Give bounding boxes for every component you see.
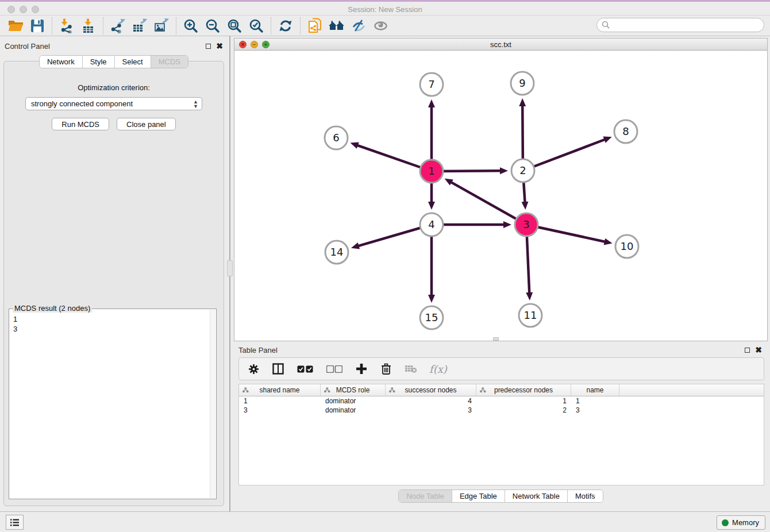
network-graph[interactable]: 7968124314101511: [234, 51, 767, 341]
close-panel-button[interactable]: Close panel: [117, 118, 176, 130]
network-window-titlebar[interactable]: × − + scc.txt: [234, 38, 767, 51]
table-cell[interactable]: 1: [476, 396, 571, 406]
zoom-in-icon: [183, 18, 198, 33]
arrowhead-icon: [428, 99, 435, 107]
table-cell[interactable]: dominator: [321, 396, 386, 406]
float-panel-icon[interactable]: [206, 44, 211, 49]
select-all-icon: [297, 365, 313, 373]
column-visibility-button[interactable]: [272, 363, 284, 375]
table-row[interactable]: 3dominator323: [239, 406, 764, 415]
zoom-in-button[interactable]: [180, 17, 202, 34]
node-label-10: 10: [621, 240, 634, 252]
table-toolbar: f(x): [238, 357, 764, 380]
edge-3-1[interactable]: [451, 182, 526, 225]
delete-column-icon: [381, 363, 391, 375]
tab-node-table[interactable]: Node Table: [399, 490, 452, 502]
network-canvas[interactable]: 7968124314101511: [234, 51, 767, 341]
open-session-button[interactable]: [5, 17, 26, 34]
table-cell[interactable]: 2: [476, 406, 571, 415]
table-panel: Table Panel ✖: [234, 342, 768, 511]
search-input[interactable]: [610, 21, 754, 29]
node-label-8: 8: [622, 125, 629, 137]
column-header-shared-name[interactable]: shared name: [239, 384, 321, 396]
result-scrollbar[interactable]: [210, 310, 215, 498]
mcds-panel: Optimization criterion: strongly connect…: [3, 61, 224, 506]
delete-column-button[interactable]: [380, 363, 392, 375]
refresh-button[interactable]: [275, 17, 297, 34]
export-table-button[interactable]: [129, 17, 151, 34]
sort-column-icon[interactable]: [389, 387, 395, 393]
criterion-dropdown[interactable]: strongly connected component ▲▼: [25, 97, 202, 110]
canvas-splitter-handle[interactable]: [493, 337, 499, 341]
memory-button[interactable]: Memory: [717, 515, 765, 530]
tab-motifs[interactable]: Motifs: [568, 490, 603, 502]
mcds-result-list[interactable]: 13: [13, 314, 209, 498]
import-network-button[interactable]: [56, 17, 78, 34]
tab-style[interactable]: Style: [83, 56, 115, 68]
export-image-button[interactable]: [151, 17, 172, 34]
open-session-icon: [8, 19, 24, 33]
function-builder-button[interactable]: f(x): [429, 363, 447, 375]
duplicate-network-icon: [307, 18, 323, 34]
table-cell[interactable]: dominator: [321, 406, 386, 415]
close-table-panel-icon[interactable]: ✖: [755, 347, 762, 353]
table-cell[interactable]: 1: [571, 396, 619, 406]
table-cell[interactable]: 4: [386, 396, 476, 406]
edge-2-8[interactable]: [523, 139, 605, 171]
first-neighbors-button[interactable]: [326, 17, 348, 34]
table-cell[interactable]: 3: [386, 406, 476, 415]
column-header-successor-nodes[interactable]: successor nodes: [386, 384, 476, 396]
column-header-predecessor-nodes[interactable]: predecessor nodes: [476, 384, 571, 396]
zoom-fit-button[interactable]: [224, 17, 245, 34]
deselect-all-button[interactable]: [326, 363, 343, 375]
table-row[interactable]: 1dominator411: [239, 396, 764, 406]
sort-column-icon[interactable]: [324, 387, 330, 393]
task-history-button[interactable]: [6, 515, 24, 530]
window-titlebar: Session: New Session: [0, 0, 770, 16]
duplicate-network-button[interactable]: [304, 17, 326, 34]
table-cell[interactable]: 3: [239, 406, 321, 415]
table-cell[interactable]: 1: [239, 396, 321, 406]
node-label-3: 3: [523, 218, 529, 230]
import-table-button[interactable]: [78, 17, 99, 34]
toolbar-separator: [271, 17, 271, 34]
save-session-button[interactable]: [26, 17, 48, 34]
add-column-button[interactable]: [355, 363, 368, 375]
node-label-15: 15: [425, 311, 438, 323]
tab-network-table[interactable]: Network Table: [505, 490, 568, 502]
node-label-6: 6: [333, 132, 339, 144]
column-visibility-icon: [272, 363, 284, 375]
chevron-up-down-icon: ▲▼: [193, 99, 198, 109]
node-label-1: 1: [428, 165, 434, 177]
float-table-panel-icon[interactable]: [745, 348, 750, 353]
zoom-selected-button[interactable]: [245, 17, 267, 34]
export-network-button[interactable]: [107, 17, 129, 34]
column-header-MCDS-role[interactable]: MCDS role: [321, 384, 386, 396]
sort-column-icon[interactable]: [242, 387, 249, 393]
select-all-button[interactable]: [297, 363, 314, 375]
node-table[interactable]: shared nameMCDS rolesuccessor nodesprede…: [238, 384, 764, 485]
show-all-button[interactable]: [369, 17, 391, 34]
sort-column-icon[interactable]: [480, 387, 486, 393]
panel-splitter-handle[interactable]: [227, 260, 233, 276]
column-header-name[interactable]: name: [571, 384, 619, 396]
column-header-label: successor nodes: [405, 386, 456, 394]
arrowhead-icon: [603, 137, 611, 143]
toolbar-separator: [300, 17, 301, 34]
search-field[interactable]: [596, 18, 764, 32]
delete-table-button[interactable]: [405, 363, 417, 375]
tab-network[interactable]: Network: [40, 56, 83, 68]
search-icon: [602, 21, 610, 29]
zoom-out-button[interactable]: [202, 17, 224, 34]
toolbar-separator: [176, 17, 176, 34]
table-cell[interactable]: 3: [571, 406, 619, 415]
control-panel-tabs: NetworkStyleSelectMCDS: [0, 55, 228, 68]
run-mcds-button[interactable]: Run MCDS: [52, 118, 109, 130]
tab-edge-table[interactable]: Edge Table: [452, 490, 505, 502]
close-panel-icon[interactable]: ✖: [216, 43, 223, 49]
tab-mcds[interactable]: MCDS: [151, 56, 188, 68]
settings-gear-button[interactable]: [247, 363, 260, 375]
hide-selected-button[interactable]: [348, 17, 369, 34]
tab-select[interactable]: Select: [115, 56, 151, 68]
table-tabs: Node TableEdge TableNetwork TableMotifs: [234, 489, 768, 503]
